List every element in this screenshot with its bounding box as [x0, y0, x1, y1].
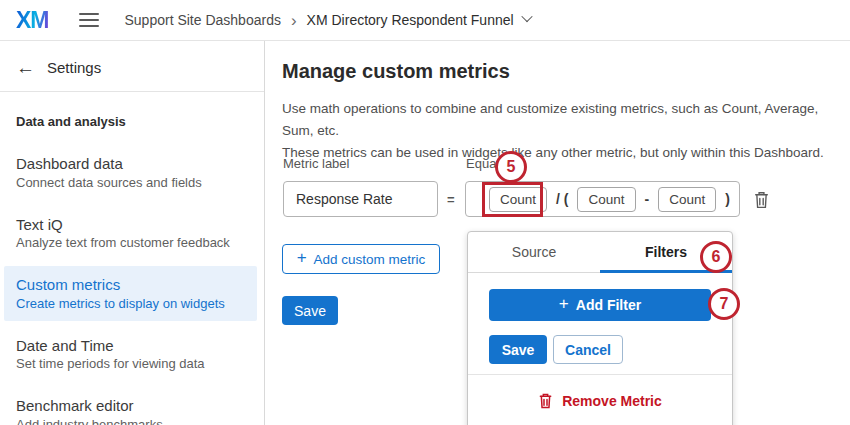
active-tab-underline: [600, 270, 732, 273]
popup-tabs: Source Filters: [468, 232, 732, 273]
delete-metric-trash-icon[interactable]: [751, 190, 771, 210]
sidebar-item-dashboard-data[interactable]: Dashboard data Connect data sources and …: [0, 145, 264, 200]
equation-close-paren: ): [725, 191, 730, 207]
popup-divider: [468, 374, 732, 375]
plus-icon: +: [559, 294, 569, 314]
page-description: Use math operations to combine and custo…: [282, 98, 848, 164]
metric-options-popup: Source Filters + Add Filter Save Cancel …: [467, 231, 733, 425]
add-filter-button[interactable]: + Add Filter: [489, 289, 711, 321]
chevron-down-icon[interactable]: [521, 11, 532, 22]
nav-item-subtitle: Connect data sources and fields: [16, 174, 248, 191]
add-filter-label: Add Filter: [576, 297, 641, 313]
metric-label-caption: Metric label: [283, 156, 349, 171]
equation-caption: Equation: [466, 156, 517, 171]
nav-item-subtitle: Analyze text from customer feedback: [16, 234, 248, 251]
remove-metric-label: Remove Metric: [562, 393, 662, 409]
settings-sidebar: ← Settings Data and analysis Dashboard d…: [0, 41, 265, 425]
nav-item-title: Custom metrics: [16, 275, 245, 294]
breadcrumb-parent[interactable]: Support Site Dashboards: [125, 12, 281, 28]
equals-sign: =: [447, 192, 455, 207]
equation-operand-2-button[interactable]: Count: [577, 187, 635, 212]
metric-label-input[interactable]: [283, 181, 438, 217]
save-button[interactable]: Save: [282, 296, 338, 325]
nav-item-title: Text iQ: [16, 215, 248, 234]
popup-save-button[interactable]: Save: [489, 335, 547, 364]
add-custom-metric-button[interactable]: + Add custom metric: [282, 244, 440, 274]
sidebar-item-date-and-time[interactable]: Date and Time Set time periods for viewi…: [0, 327, 264, 382]
nav-item-subtitle: Create metrics to display on widgets: [16, 295, 245, 312]
description-line-2: These metrics can be used in widgets lik…: [282, 145, 824, 160]
hamburger-menu-icon[interactable]: [79, 13, 99, 27]
sidebar-item-benchmark-editor[interactable]: Benchmark editor Add industry benchmarks: [0, 387, 264, 425]
popup-cancel-button[interactable]: Cancel: [553, 335, 623, 364]
breadcrumb-chevron-icon: ›: [291, 12, 297, 29]
back-to-dashboard[interactable]: ← Settings: [0, 41, 264, 92]
equation-builder: Count / ( Count - Count ): [465, 181, 740, 217]
tab-source[interactable]: Source: [468, 232, 600, 272]
nav-item-subtitle: Set time periods for viewing data: [16, 355, 248, 372]
tab-filters[interactable]: Filters: [600, 232, 732, 272]
nav-item-title: Dashboard data: [16, 154, 248, 173]
equation-operand-3-button[interactable]: Count: [658, 187, 716, 212]
screen: XM Support Site Dashboards › XM Director…: [0, 0, 850, 425]
sidebar-nav: Dashboard data Connect data sources and …: [0, 145, 264, 425]
xm-logo: XM: [16, 7, 49, 34]
top-header: XM Support Site Dashboards › XM Director…: [0, 0, 850, 41]
page-title: Manage custom metrics: [282, 60, 510, 83]
equation-operator-minus: -: [645, 191, 650, 207]
sidebar-item-custom-metrics[interactable]: Custom metrics Create metrics to display…: [4, 266, 257, 321]
equation-operator-divide-open: / (: [556, 191, 568, 207]
remove-metric-button[interactable]: Remove Metric: [468, 392, 732, 409]
back-arrow-icon[interactable]: ←: [16, 58, 35, 77]
equation-operand-1-button[interactable]: Count: [489, 187, 547, 212]
breadcrumb-current[interactable]: XM Directory Respondent Funnel: [307, 12, 514, 28]
plus-icon: +: [297, 248, 307, 268]
nav-item-title: Date and Time: [16, 336, 248, 355]
sidebar-item-text-iq[interactable]: Text iQ Analyze text from customer feedb…: [0, 206, 264, 261]
trash-icon: [538, 392, 553, 409]
settings-title: Settings: [47, 59, 101, 76]
description-line-1: Use math operations to combine and custo…: [282, 101, 818, 138]
nav-item-subtitle: Add industry benchmarks: [16, 416, 248, 425]
sidebar-section-label: Data and analysis: [16, 114, 248, 129]
add-custom-metric-label: Add custom metric: [314, 252, 426, 267]
nav-item-title: Benchmark editor: [16, 396, 248, 415]
